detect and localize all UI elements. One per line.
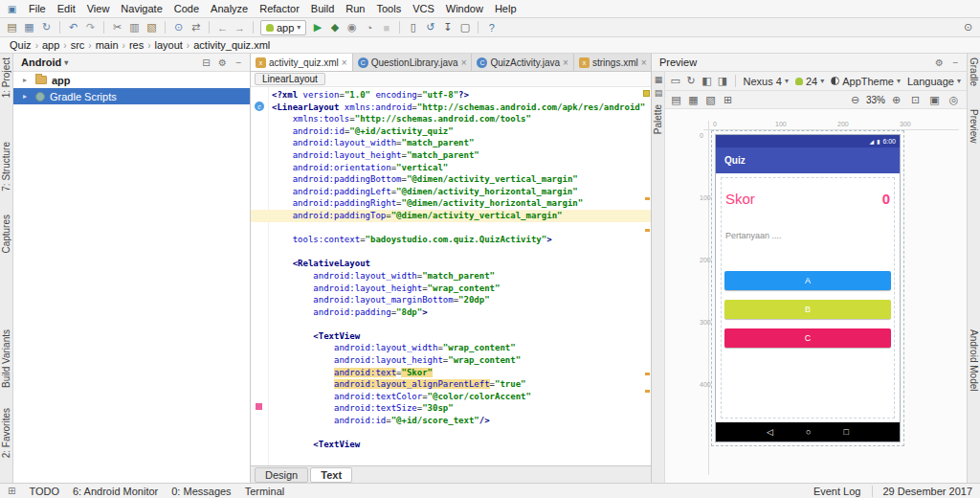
device-preview[interactable]: ◢ ▮ 6:00 Quiz Skor 0 <box>715 134 901 442</box>
code-line[interactable]: android:layout_height="wrap_content" <box>272 283 643 295</box>
code-line[interactable]: android:layout_height="wrap_content" <box>272 354 643 367</box>
menu-run[interactable]: Run <box>340 1 370 16</box>
hide-panel-icon[interactable]: − <box>232 56 246 70</box>
menu-build[interactable]: Build <box>305 1 340 16</box>
list-view-icon[interactable]: ▤ <box>668 92 684 107</box>
run-icon[interactable]: ▶ <box>309 20 325 35</box>
code-line[interactable]: android:id="@+id/activity_quiz" <box>272 125 643 138</box>
close-icon[interactable]: × <box>641 57 647 68</box>
quiz-button-b[interactable]: B <box>724 300 891 319</box>
android-monitor-icon[interactable]: ▢ <box>457 20 473 35</box>
zoom-in-icon[interactable]: ⊕ <box>888 92 904 107</box>
recents-icon[interactable]: □ <box>843 427 848 437</box>
preview-hide-icon[interactable]: − <box>948 56 963 70</box>
menu-file[interactable]: File <box>23 1 52 16</box>
event-log-button[interactable]: Event Log <box>813 486 861 497</box>
code-line[interactable]: android:textSize="30sp" <box>272 402 643 415</box>
close-icon[interactable]: × <box>461 57 467 68</box>
scrollbar-mark[interactable] <box>645 197 650 200</box>
code-line[interactable]: android:padding="8dp"> <box>272 306 643 319</box>
run-configuration-select[interactable]: app▾ <box>260 20 306 35</box>
tool-button-7-structure[interactable]: 7: Structure <box>1 142 11 192</box>
code-line[interactable]: android:paddingLeft="@dimen/activity_hor… <box>272 186 643 198</box>
scrollbar-mark[interactable] <box>645 229 650 232</box>
zoom-fit-icon[interactable]: ⊡ <box>907 92 924 107</box>
device-frame-icon[interactable]: ▣ <box>926 92 943 107</box>
statusbar-6-android-monitor[interactable]: 6: Android Monitor <box>73 486 158 497</box>
code-line[interactable]: android:layout_marginBottom="20dp" <box>272 294 643 306</box>
design-surface-icon[interactable]: ▭ <box>668 74 682 89</box>
code-line[interactable]: android:layout_width="match_parent" <box>272 270 643 283</box>
settings-icon[interactable]: ⚙ <box>215 56 230 70</box>
menu-view[interactable]: View <box>81 1 116 16</box>
home-icon[interactable]: ○ <box>806 427 811 437</box>
tool-button-preview[interactable]: Preview <box>969 109 979 144</box>
code-line[interactable] <box>272 222 643 235</box>
breadcrumb-main[interactable]: main <box>94 39 121 51</box>
language-select[interactable]: Language▾ <box>904 74 964 89</box>
help-icon[interactable]: ? <box>483 20 500 35</box>
paste-icon[interactable]: ▧ <box>144 20 160 35</box>
code-line[interactable]: android:layout_height="match_parent" <box>272 149 643 162</box>
palette-tab[interactable]: Palette <box>653 104 663 134</box>
save-all-icon[interactable]: ▦ <box>21 20 37 35</box>
replace-icon[interactable]: ⇄ <box>188 20 204 35</box>
breadcrumb-res[interactable]: res <box>127 39 145 51</box>
breadcrumb-app[interactable]: app <box>40 39 61 51</box>
code-line[interactable]: android:paddingBottom="@dimen/activity_v… <box>272 173 643 186</box>
menu-navigate[interactable]: Navigate <box>115 1 167 16</box>
quiz-button-c[interactable]: C <box>724 328 891 348</box>
breadcrumb-quiz[interactable]: Quiz <box>8 39 33 51</box>
editor-tab-activity-quiz-xml[interactable]: xactivity_quiz.xml× <box>251 54 353 71</box>
statusbar-terminal[interactable]: Terminal <box>245 486 285 497</box>
api-select[interactable]: 24▾ <box>792 74 827 89</box>
sdk-manager-icon[interactable]: ↧ <box>439 20 456 35</box>
cut-icon[interactable]: ✂ <box>109 20 125 35</box>
menu-edit[interactable]: Edit <box>52 1 81 16</box>
tool-button-1-project[interactable]: 1: Project <box>1 57 11 98</box>
code-line[interactable]: <LinearLayout xmlns:android="http://sche… <box>272 102 643 114</box>
code-line[interactable]: tools:context="badoystudio.com.quiz.Quiz… <box>272 234 643 246</box>
zoom-out-icon[interactable]: ⊖ <box>847 92 863 107</box>
code-line[interactable] <box>272 318 643 330</box>
tool-button-build-variants[interactable]: Build Variants <box>1 329 11 388</box>
find-icon[interactable]: ⊙ <box>170 20 187 35</box>
theme-select[interactable]: AppTheme▾ <box>828 74 903 89</box>
close-icon[interactable]: × <box>563 57 568 68</box>
menu-code[interactable]: Code <box>168 1 205 16</box>
statusbar-todo[interactable]: TODO <box>29 486 59 497</box>
notifications-icon[interactable]: ◎ <box>946 92 962 107</box>
menu-refactor[interactable]: Refactor <box>254 1 305 16</box>
back-icon[interactable]: ← <box>214 20 231 35</box>
code-line[interactable]: android:layout_width="match_parent" <box>272 137 643 149</box>
toolwindow-toggle-icon[interactable]: ⊞ <box>8 486 15 496</box>
palette-views-icon[interactable]: ▦ <box>653 74 664 85</box>
breadcrumb-activity-quiz-xml[interactable]: activity_quiz.xml <box>191 39 272 51</box>
menu-help[interactable]: Help <box>489 1 523 16</box>
blueprint-icon[interactable]: ▧ <box>702 92 719 107</box>
code-line[interactable]: android:paddingRight="@dimen/activity_ho… <box>272 197 643 210</box>
scrollbar-mark[interactable] <box>645 373 650 375</box>
code-editor[interactable]: <?xml version="1.0" encoding="utf-8"?><L… <box>251 87 651 465</box>
code-line[interactable]: android:textColor="@color/colorAccent" <box>272 391 643 403</box>
tool-button-android-model[interactable]: Android Model <box>969 329 979 391</box>
code-line[interactable]: android:id="@+id/score_text"/> <box>272 415 643 427</box>
code-line[interactable]: <TextView <box>272 330 643 343</box>
code-line[interactable]: android:layout_alignParentLeft="true" <box>272 378 643 391</box>
debug-icon[interactable]: ◆ <box>326 20 343 35</box>
collapse-all-icon[interactable]: ⊟ <box>199 56 213 70</box>
code-line[interactable]: android:text="Skor" <box>272 367 643 379</box>
statusbar-0-messages[interactable]: 0: Messages <box>171 486 231 497</box>
code-line[interactable]: xmlns:tools="http://schemas.android.com/… <box>272 113 643 125</box>
run-coverage-icon[interactable]: ◉ <box>344 20 360 35</box>
close-icon[interactable]: × <box>342 57 347 68</box>
editor-tab-questionlibrary-java[interactable]: CQuestionLibrary.java× <box>353 54 473 71</box>
editor-breadcrumb[interactable]: LinearLayout <box>255 73 325 85</box>
code-line[interactable]: android:orientation="vertical" <box>272 162 643 174</box>
grid-view-icon[interactable]: ▦ <box>685 92 702 107</box>
show-grid-icon[interactable]: ⊞ <box>720 92 736 107</box>
copy-icon[interactable]: ▥ <box>126 20 143 35</box>
theme-swatch-icon[interactable]: ◨ <box>715 74 729 89</box>
project-view-select[interactable]: Android ▾ <box>21 57 68 68</box>
forward-icon[interactable]: → <box>232 20 248 35</box>
